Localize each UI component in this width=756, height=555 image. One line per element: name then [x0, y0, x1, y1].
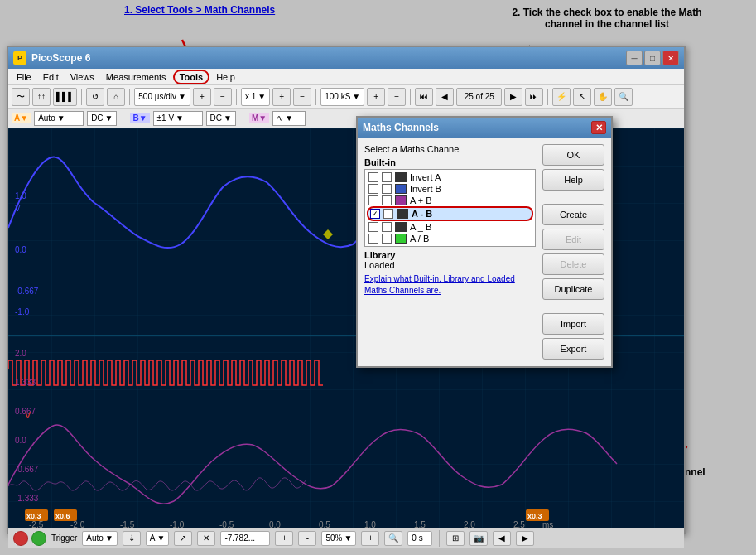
tb-refresh-btn[interactable]: ↺ [86, 88, 104, 106]
explain-link[interactable]: Explain what Built-in, Library and Loade… [364, 273, 536, 297]
close-button[interactable]: ✕ [662, 51, 679, 65]
ch-b-label: B▼ [130, 113, 149, 123]
trigger-channel-dropdown[interactable]: A▼ [146, 531, 170, 546]
menu-tools[interactable]: Tools [173, 70, 210, 84]
import-button[interactable]: Import [542, 313, 604, 335]
menu-help[interactable]: Help [211, 71, 240, 83]
ch-invert-a-check2[interactable] [382, 172, 392, 182]
library-label: Library [364, 250, 536, 260]
tb-zoom-in[interactable]: + [193, 88, 211, 106]
samples-chevron: ▼ [352, 92, 360, 101]
menu-bar: File Edit Views Measurements Tools Help [8, 69, 684, 85]
channel-row-invert-b[interactable]: Invert B [367, 183, 533, 195]
trigger-channel-value: A [150, 533, 156, 543]
trigger-value-display[interactable]: -7.782... [220, 531, 270, 546]
menu-file[interactable]: File [12, 71, 36, 83]
tb-chart-btn[interactable]: ▌▌▌ [53, 88, 77, 106]
ch-invert-b-check2[interactable] [382, 184, 392, 194]
export-button[interactable]: Export [542, 338, 604, 360]
edit-button[interactable]: Edit [542, 229, 604, 250]
ch-aplusb-color [395, 195, 407, 205]
tb-last[interactable]: ⏭ [525, 88, 543, 106]
status-nav-next[interactable]: ▶ [516, 531, 534, 546]
timebase-dropdown[interactable]: 500 µs/div ▼ [134, 88, 190, 106]
trigger-mode-dropdown[interactable]: Auto▼ [82, 531, 117, 546]
ch-aplusb-check2[interactable] [382, 195, 392, 205]
status-camera-btn[interactable]: 📷 [469, 531, 488, 546]
tb-scope-btn[interactable]: 〜 [12, 88, 30, 106]
ch-adivb-check2[interactable] [382, 234, 392, 244]
ch-invert-b-check[interactable] [368, 184, 378, 194]
tb-zoom-rect-btn[interactable]: 🔍 [614, 88, 633, 106]
time-display[interactable]: 0 s [407, 531, 432, 546]
channel-row-aplusb[interactable]: A + B [367, 195, 533, 206]
status-nav-prev[interactable]: ◀ [493, 531, 511, 546]
stop-button[interactable] [13, 531, 28, 546]
ch-b-voltage-chevron: ▼ [176, 113, 184, 123]
status-inc-btn[interactable]: + [275, 531, 293, 546]
y-label-b-neg0667: -0.667 [15, 465, 39, 474]
ok-button[interactable]: OK [542, 144, 604, 166]
ch-a-auto-dropdown[interactable]: Auto▼ [34, 111, 84, 126]
ch-b-voltage-value: ±1 V [157, 113, 175, 123]
tb-zoom-out[interactable]: − [214, 88, 232, 106]
ch-invert-a-label: Invert A [410, 172, 441, 182]
tb-pan-btn[interactable]: ✋ [594, 88, 612, 106]
ch-a-under-b-check[interactable] [368, 222, 378, 232]
status-zoom-inc[interactable]: + [361, 531, 379, 546]
help-button[interactable]: Help [542, 169, 604, 191]
ch-adivb-check[interactable] [368, 234, 378, 244]
ch-b-voltage-dropdown[interactable]: ±1 V▼ [153, 111, 203, 126]
tb-s-dec[interactable]: − [388, 88, 406, 106]
ch-aplusb-check[interactable] [368, 195, 378, 205]
restore-button[interactable]: □ [644, 51, 661, 65]
status-dec-btn[interactable]: - [298, 531, 316, 546]
tb-prev[interactable]: ◀ [436, 88, 454, 106]
tb-mul-dec[interactable]: − [293, 88, 311, 106]
channel-row-invert-a[interactable]: Invert A [367, 171, 533, 183]
duplicate-button[interactable]: Duplicate [542, 278, 604, 300]
tb-s-inc[interactable]: + [367, 88, 385, 106]
menu-edit[interactable]: Edit [38, 71, 64, 83]
trigger-channel-chevron: ▼ [156, 533, 165, 543]
ch-math-label: M▼ [249, 113, 269, 123]
tb-first[interactable]: ⏮ [415, 88, 433, 106]
menu-views[interactable]: Views [65, 71, 99, 83]
status-zoom-icon[interactable]: 🔍 [384, 531, 402, 546]
tb-auto-btn[interactable]: ⚡ [552, 88, 571, 106]
tb-mul-inc[interactable]: + [272, 88, 291, 106]
minimize-button[interactable]: ─ [626, 51, 643, 65]
status-cursor-btn[interactable]: ↗ [174, 531, 192, 546]
x-label-2: 2.0 [464, 520, 475, 528]
trigger-mode-value: Auto [86, 533, 104, 543]
dialog-close-button[interactable]: ✕ [591, 121, 606, 134]
delete-button[interactable]: Delete [542, 253, 604, 275]
ch-a-dc-dropdown[interactable]: DC▼ [87, 111, 117, 126]
ch-invert-a-check[interactable] [368, 172, 378, 182]
status-icon-btn[interactable]: ⇣ [123, 531, 141, 546]
dialog-title-bar: Maths Channels ✕ [358, 118, 611, 138]
ch-aminusb-check2[interactable] [383, 209, 393, 219]
tb-spectrum-btn[interactable]: ↑↑ [32, 88, 51, 106]
create-button[interactable]: Create [542, 204, 604, 225]
samples-dropdown[interactable]: 100 kS ▼ [320, 88, 364, 106]
trigger-mode-chevron: ▼ [105, 533, 113, 543]
channel-row-aminusb[interactable]: ✓ A - B [367, 206, 533, 221]
channel-row-a-under-b[interactable]: A _ B [367, 221, 533, 233]
run-button[interactable] [31, 531, 46, 546]
tb-cursor-btn[interactable]: ↖ [573, 88, 591, 106]
ch-a-under-b-check2[interactable] [382, 222, 392, 232]
ch-aminusb-check[interactable]: ✓ [370, 209, 380, 219]
tb-sep1 [81, 89, 82, 105]
tb-sep6 [547, 89, 548, 105]
ch-b-dc-dropdown[interactable]: DC▼ [206, 111, 236, 126]
multiplier-dropdown[interactable]: x 1 ▼ [241, 88, 270, 106]
tb-next[interactable]: ▶ [504, 88, 522, 106]
tb-home-btn[interactable]: ⌂ [107, 88, 125, 106]
status-grid-btn[interactable]: ⊞ [446, 531, 465, 546]
status-cross-btn[interactable]: ✕ [197, 531, 215, 546]
menu-measurements[interactable]: Measurements [101, 71, 171, 83]
channel-row-adivb[interactable]: A / B [367, 233, 533, 244]
ch-math-dropdown[interactable]: ∿▼ [272, 111, 306, 126]
zoom-dropdown[interactable]: 50%▼ [321, 531, 356, 546]
